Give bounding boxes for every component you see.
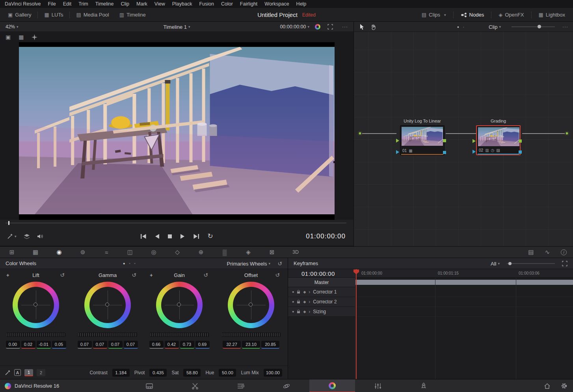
deliver-page-button[interactable] xyxy=(401,379,446,392)
graph-input-port[interactable] xyxy=(358,131,362,136)
split-view-icon[interactable]: ▦ xyxy=(19,34,24,40)
scrubber-playhead[interactable] xyxy=(8,221,9,225)
offset-g-value[interactable]: 23.10 xyxy=(242,341,260,349)
key-input-connector[interactable] xyxy=(396,150,399,154)
palette-3d-button[interactable]: 3D xyxy=(284,249,307,255)
loop-button[interactable]: ↻ xyxy=(207,234,213,239)
gain-g-value[interactable]: 0.73 xyxy=(180,341,194,349)
track-expand-chevron[interactable]: › xyxy=(309,309,310,314)
wheel-center-handle[interactable] xyxy=(105,303,109,307)
lift-b-value[interactable]: 0.05 xyxy=(52,341,66,349)
expand-viewer-icon[interactable] xyxy=(327,24,333,30)
hand-tool-icon[interactable] xyxy=(370,24,376,30)
auto-wand-icon[interactable] xyxy=(5,370,11,375)
track-timeline[interactable] xyxy=(355,297,573,307)
track-expand-chevron[interactable]: › xyxy=(309,289,310,295)
auto-balance-button[interactable]: A xyxy=(14,369,21,376)
key-icon[interactable]: ◈ xyxy=(236,249,260,256)
timeline-button[interactable]: ▥ Timeline xyxy=(115,8,150,22)
lightbox-button[interactable]: ▦ Lightbox xyxy=(535,8,569,22)
node-connection[interactable] xyxy=(522,133,566,134)
gamma-wheel[interactable] xyxy=(84,282,131,328)
offset-master-wheel[interactable] xyxy=(221,333,281,337)
lift-reset-icon[interactable]: ↺ xyxy=(60,272,65,278)
node-connection[interactable] xyxy=(362,133,396,134)
page-dot[interactable]: • xyxy=(129,262,130,266)
wheel-center-handle[interactable] xyxy=(33,303,37,307)
lift-target-icon[interactable]: + xyxy=(6,272,9,278)
project-home-icon[interactable] xyxy=(544,383,551,389)
color-match-icon[interactable]: ▦ xyxy=(24,249,47,256)
info-icon[interactable]: i xyxy=(561,249,567,255)
master-track-row[interactable]: Master xyxy=(288,278,573,287)
page-dot-active[interactable]: ● xyxy=(457,25,459,29)
play-button[interactable] xyxy=(180,234,185,239)
viewer-zoom-select[interactable]: 42% ▾ xyxy=(3,23,21,31)
gain-reset-icon[interactable]: ↺ xyxy=(203,272,208,278)
scopes-icon[interactable]: ∿ xyxy=(545,249,550,256)
blur-icon[interactable]: ▒ xyxy=(213,249,236,256)
settings-gear-icon[interactable] xyxy=(561,383,567,389)
viewer-options-icon[interactable]: ··· xyxy=(342,24,348,30)
keyframes-zoom-slider[interactable] xyxy=(507,263,555,264)
tracker-icon[interactable]: ⊕ xyxy=(189,249,213,256)
menu-fairlight[interactable]: Fairlight xyxy=(236,1,261,7)
luts-button[interactable]: ▦ LUTs xyxy=(40,8,67,22)
media-page-button[interactable] xyxy=(127,379,172,392)
page-dot[interactable]: • xyxy=(463,25,464,29)
menu-help[interactable]: Help xyxy=(293,1,310,7)
menu-davinci-resolve[interactable]: DaVinci Resolve xyxy=(0,1,44,7)
menu-clip[interactable]: Clip xyxy=(117,1,133,7)
wheel-center-handle[interactable] xyxy=(177,303,181,307)
lift-g-value[interactable]: -0.01 xyxy=(37,341,51,349)
gallery-button[interactable]: ▣ Gallery xyxy=(4,8,35,22)
menu-playback[interactable]: Playback xyxy=(169,1,196,7)
pointer-tool-icon[interactable] xyxy=(359,24,365,30)
track-enable-dot[interactable]: ● xyxy=(292,310,294,314)
track-row-corrector-2[interactable]: ● ◆ › Corrector 2 xyxy=(288,297,573,307)
track-lock-icon[interactable] xyxy=(297,300,300,304)
gain-y-value[interactable]: 0.66 xyxy=(149,341,164,349)
offset-r-value[interactable]: 32.27 xyxy=(223,341,241,349)
menu-view[interactable]: View xyxy=(151,1,169,7)
jump-end-button[interactable] xyxy=(193,234,199,239)
graph-output-port[interactable] xyxy=(565,131,569,136)
key-output-connector[interactable] xyxy=(443,151,446,154)
menu-timeline[interactable]: Timeline xyxy=(92,1,117,7)
keyframes-playhead[interactable] xyxy=(356,269,357,379)
menu-edit[interactable]: Edit xyxy=(60,1,75,7)
gamma-y-value[interactable]: 0.07 xyxy=(78,341,92,349)
step-back-button[interactable] xyxy=(154,234,160,239)
gamma-reset-icon[interactable]: ↺ xyxy=(132,272,136,278)
bypass-color-grades-icon[interactable] xyxy=(315,24,320,30)
panel-reset-icon[interactable]: ↺ xyxy=(277,260,282,267)
cut-page-button[interactable] xyxy=(172,379,218,392)
wheel-center-handle[interactable] xyxy=(249,303,253,307)
power-window-icon[interactable]: ◇ xyxy=(166,249,189,256)
gamma-master-wheel[interactable] xyxy=(78,333,137,337)
rgb-input-connector[interactable] xyxy=(396,139,399,143)
track-keyframe-icon[interactable]: ◆ xyxy=(303,290,306,294)
page-dot-active[interactable]: ● xyxy=(123,262,125,266)
keyframes-filter-select[interactable]: All ▾ xyxy=(491,258,500,269)
slider-thumb[interactable] xyxy=(508,262,512,265)
menu-fusion[interactable]: Fusion xyxy=(195,1,218,7)
node-01[interactable]: Unity Log To Linear 01 ▦ xyxy=(400,125,445,155)
node-zoom-slider[interactable] xyxy=(512,26,555,27)
offset-b-value[interactable]: 20.85 xyxy=(261,341,279,349)
track-expand-chevron[interactable]: › xyxy=(309,299,310,305)
track-timeline[interactable] xyxy=(355,287,573,297)
menu-trim[interactable]: Trim xyxy=(75,1,92,7)
highlight-wand-icon[interactable] xyxy=(32,34,37,40)
gamma-r-value[interactable]: 0.07 xyxy=(93,341,107,349)
master-track-bar[interactable] xyxy=(355,280,573,285)
lum-mix-value[interactable]: 100.00 xyxy=(264,369,282,377)
viewer-scrubber[interactable] xyxy=(0,220,353,226)
lift-master-wheel[interactable] xyxy=(6,333,65,337)
nodes-button[interactable]: Nodes xyxy=(457,8,488,22)
track-lock-icon[interactable] xyxy=(297,310,300,314)
color-page-button[interactable] xyxy=(309,379,355,392)
still-wipe-icon[interactable]: ▣ xyxy=(6,34,11,40)
track-row-sizing[interactable]: ● ◆ › Sizing xyxy=(288,307,573,317)
contrast-value[interactable]: 1.184 xyxy=(112,369,130,377)
